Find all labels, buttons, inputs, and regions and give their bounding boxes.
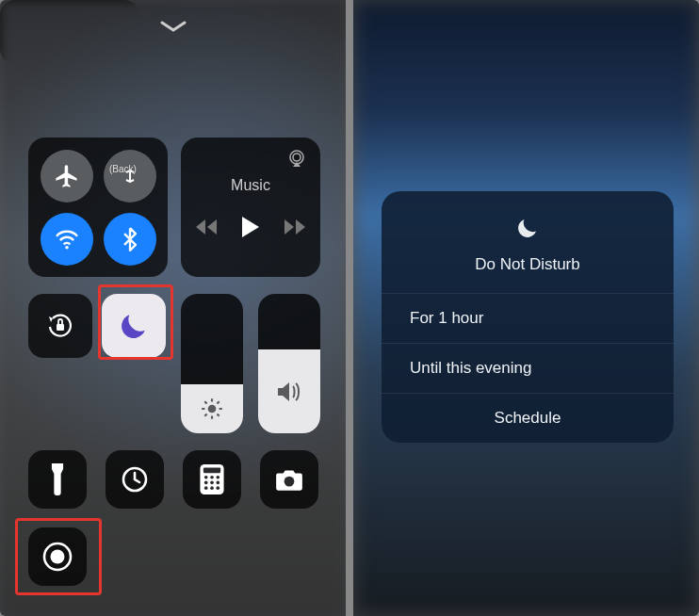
brightness-slider[interactable] <box>181 294 243 433</box>
dnd-context-menu: Do Not Disturb For 1 hour Until this eve… <box>382 191 674 443</box>
do-not-disturb-toggle[interactable] <box>102 294 166 358</box>
dnd-option-schedule[interactable]: Schedule <box>382 394 674 443</box>
dnd-menu-title: Do Not Disturb <box>382 255 674 274</box>
svg-point-1 <box>290 151 303 164</box>
screen-record-button[interactable] <box>28 527 87 586</box>
flashlight-button[interactable] <box>28 450 87 509</box>
svg-point-19 <box>284 477 295 487</box>
control-center-screenshot: (Back) Music Screen Mirroring <box>0 0 346 616</box>
bluetooth-toggle[interactable] <box>104 213 156 266</box>
dnd-menu-header: Do Not Disturb <box>382 191 674 294</box>
dnd-menu-screenshot: Do Not Disturb For 1 hour Until this eve… <box>353 0 699 616</box>
connectivity-panel: (Back) <box>28 138 168 277</box>
volume-slider[interactable] <box>258 294 320 433</box>
wifi-toggle[interactable] <box>41 213 93 266</box>
svg-point-14 <box>210 481 214 485</box>
svg-point-6 <box>208 405 217 413</box>
svg-point-2 <box>293 154 301 161</box>
play-button[interactable] <box>241 217 260 237</box>
volume-fill <box>258 349 320 433</box>
calculator-button[interactable] <box>183 450 241 509</box>
svg-point-15 <box>216 481 219 485</box>
chevron-down-icon[interactable] <box>160 21 187 34</box>
timer-button[interactable] <box>106 450 164 509</box>
svg-point-11 <box>210 476 214 479</box>
music-title: Music <box>231 177 270 194</box>
orientation-lock-toggle[interactable] <box>28 294 92 358</box>
volume-icon <box>276 381 302 403</box>
brightness-fill <box>181 384 243 433</box>
svg-point-13 <box>204 481 208 485</box>
svg-rect-9 <box>203 467 220 473</box>
svg-rect-3 <box>57 324 64 331</box>
dnd-option-1hour[interactable]: For 1 hour <box>382 294 674 344</box>
previous-track-button[interactable] <box>196 219 217 235</box>
svg-point-18 <box>216 486 219 490</box>
svg-point-12 <box>216 476 219 479</box>
brightness-icon <box>200 397 224 421</box>
moon-icon <box>118 310 150 342</box>
cellular-data-toggle[interactable] <box>104 150 156 203</box>
camera-button[interactable] <box>260 450 318 509</box>
music-panel: Music <box>181 138 320 277</box>
airplane-mode-toggle[interactable] <box>41 150 93 203</box>
svg-point-10 <box>204 476 208 479</box>
svg-point-17 <box>210 486 214 490</box>
cellular-label: (Back) <box>109 164 137 174</box>
airplay-icon[interactable] <box>286 149 307 168</box>
dnd-option-until-evening[interactable]: Until this evening <box>382 344 674 394</box>
svg-point-0 <box>65 246 69 250</box>
svg-point-16 <box>204 486 208 490</box>
moon-icon <box>382 216 674 246</box>
svg-point-21 <box>51 550 65 564</box>
next-track-button[interactable] <box>284 219 305 235</box>
